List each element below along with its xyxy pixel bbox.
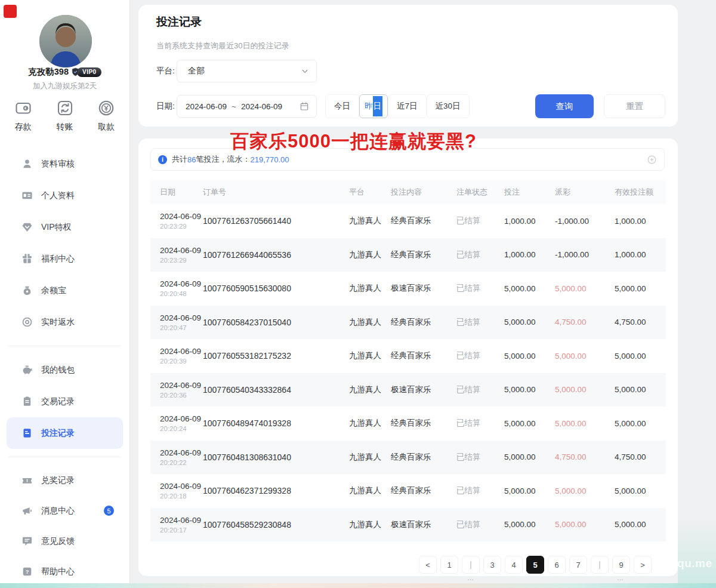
sidebar: 克孜勒398 VIP0 加入九游娱乐第2天 存款转账取款 资料审核个人资料VIP… <box>0 0 129 588</box>
cell-platform: 九游真人 <box>349 384 391 395</box>
sidebar-item-label: 个人资料 <box>41 190 75 201</box>
platform-select-value: 全部 <box>188 66 301 76</box>
help-question-icon: ? <box>21 566 33 578</box>
quick-range-group: 今日昨日近7日近30日 <box>325 94 470 118</box>
sidebar-item-help-question[interactable]: ?帮助中心 <box>0 556 129 587</box>
cell-payout: 5,000.00 <box>555 284 615 293</box>
quick-range-label: 今日 <box>334 101 350 112</box>
page-label: < <box>425 561 430 569</box>
cell-date: 2024-06-0920:20:39 <box>150 347 203 365</box>
sidebar-item-audit-stamp[interactable]: 资料审核 <box>0 148 129 180</box>
avatar[interactable] <box>39 15 92 67</box>
bet-date: 2024-06-09 <box>160 516 203 525</box>
cell-valid-amount: 5,000.00 <box>615 284 666 293</box>
cell-order-no: 1007760481308631040 <box>203 452 349 462</box>
quick-range-selected-text: 日 <box>373 96 383 116</box>
sidebar-item-id-card[interactable]: 个人资料 <box>0 180 129 211</box>
cell-content: 极速百家乐 <box>391 384 456 395</box>
pagination-page-7[interactable]: 7 <box>569 556 587 574</box>
cell-content: 经典百家乐 <box>391 418 456 429</box>
range-today-button[interactable]: 今日 <box>325 94 359 118</box>
table-header-row: 日期订单号平台投注内容注单状态投注派彩有效投注额 <box>150 180 666 204</box>
bet-time: 20:23:29 <box>160 257 203 264</box>
cell-content: 极速百家乐 <box>391 519 456 530</box>
cell-content: 经典百家乐 <box>391 485 456 496</box>
quick-action-withdraw[interactable]: 取款 <box>88 99 125 133</box>
pagination-page-3[interactable]: 3 <box>483 556 501 574</box>
column-header: 日期 <box>150 187 203 198</box>
sidebar-item-feedback-note[interactable]: 意见反馈 <box>0 526 129 556</box>
bet-date: 2024-06-09 <box>160 313 203 322</box>
platform-select[interactable]: 全部 <box>177 60 317 82</box>
cell-content: 经典百家乐 <box>391 317 456 328</box>
notification-badge: 5 <box>104 506 114 516</box>
pagination-page-6[interactable]: 6 <box>548 556 566 574</box>
sidebar-item-gift[interactable]: 福利中心 <box>0 243 129 275</box>
divider <box>8 457 121 457</box>
range-yesterday-button[interactable]: 昨日 <box>359 94 388 118</box>
page-subtitle: 当前系统支持查询最近30日的投注记录 <box>156 41 289 51</box>
range-7days-button[interactable]: 近7日 <box>388 94 427 118</box>
sidebar-item-money-pouch[interactable]: 余额宝 <box>0 275 129 306</box>
cell-status: 已结算 <box>456 418 504 429</box>
cell-content: 经典百家乐 <box>391 452 456 463</box>
bet-date: 2024-06-09 <box>160 212 203 221</box>
reset-button[interactable]: 重置 <box>604 94 665 118</box>
sidebar-item-vip-diamond[interactable]: VIP特权 <box>0 211 129 243</box>
pagination-next-button[interactable]: > <box>634 556 652 574</box>
cell-bet-amount: 5,000.00 <box>504 318 555 327</box>
cell-status: 已结算 <box>456 350 504 361</box>
cell-valid-amount: 5,000.00 <box>615 487 666 495</box>
cell-bet-amount: 1,000.00 <box>504 250 555 259</box>
sidebar-item-piggy-bank[interactable]: 我的钱包 <box>0 354 129 386</box>
sidebar-item-label: 我的钱包 <box>41 365 75 375</box>
vip-badge[interactable]: VIP0 <box>71 67 101 77</box>
bet-date: 2024-06-09 <box>160 448 203 457</box>
sidebar-item-bet-record[interactable]: 投注记录 <box>7 417 123 449</box>
pagination-prev-button[interactable]: < <box>419 556 437 574</box>
sidebar-item-ticket[interactable]: 兑奖记录 <box>0 465 129 495</box>
query-button[interactable]: 查询 <box>535 94 594 118</box>
pagination-page-4[interactable]: 4 <box>505 556 523 574</box>
red-corner-mark <box>4 5 17 18</box>
quick-range-label: 近30日 <box>436 101 461 112</box>
bottom-gradient-strip <box>0 583 716 588</box>
bet-date: 2024-06-09 <box>160 279 203 288</box>
quick-action-deposit[interactable]: 存款 <box>5 99 42 133</box>
cell-status: 已结算 <box>456 216 504 226</box>
date-range-input[interactable]: 2024-06-09 ~ 2024-06-09 <box>177 95 317 118</box>
pagination-page-1[interactable]: 1 <box>440 556 458 574</box>
vip-diamond-icon <box>21 221 33 233</box>
records-card: 共计86笔投注，流水：219,770.00 日期订单号平台投注内容注单状态投注派… <box>138 138 678 576</box>
clipboard-icon <box>21 396 33 408</box>
cell-bet-amount: 1,000.00 <box>504 217 555 226</box>
pagination-page-9[interactable]: 9 <box>612 556 630 574</box>
overflow-dots: … <box>467 574 474 581</box>
quick-range-label: 昨 <box>365 101 373 112</box>
cell-payout: 5,000.00 <box>555 352 615 361</box>
cell-payout: 5,000.00 <box>555 419 615 428</box>
bet-time: 20:23:29 <box>160 223 203 230</box>
pagination-page-5[interactable]: 5 <box>526 556 544 574</box>
cell-valid-amount: 1,000.00 <box>615 250 666 259</box>
calendar-icon <box>300 101 309 111</box>
cell-valid-amount: 5,000.00 <box>615 352 666 361</box>
plus-circle-icon[interactable] <box>647 155 657 165</box>
ellipsis-bar-icon <box>599 561 600 569</box>
column-header: 投注 <box>504 187 555 198</box>
id-card-icon <box>21 190 33 202</box>
quick-action-transfer[interactable]: 转账 <box>47 99 84 133</box>
cell-status: 已结算 <box>456 452 504 463</box>
cell-platform: 九游真人 <box>349 317 391 328</box>
table-row: 2024-06-0920:20:221007760481308631040九游真… <box>150 441 666 475</box>
sidebar-item-label: 福利中心 <box>41 254 75 264</box>
cell-order-no: 1007761263705661440 <box>203 216 349 226</box>
sidebar-item-rebate-target[interactable]: 实时返水 <box>0 306 129 338</box>
cell-valid-amount: 5,000.00 <box>615 385 666 394</box>
bet-time: 20:20:18 <box>160 492 203 500</box>
cell-order-no: 1007761266944065536 <box>203 250 349 260</box>
range-30days-button[interactable]: 近30日 <box>427 94 470 118</box>
cell-content: 经典百家乐 <box>391 216 456 226</box>
sidebar-item-megaphone[interactable]: 消息中心5 <box>0 495 129 526</box>
sidebar-item-clipboard[interactable]: 交易记录 <box>0 386 129 417</box>
